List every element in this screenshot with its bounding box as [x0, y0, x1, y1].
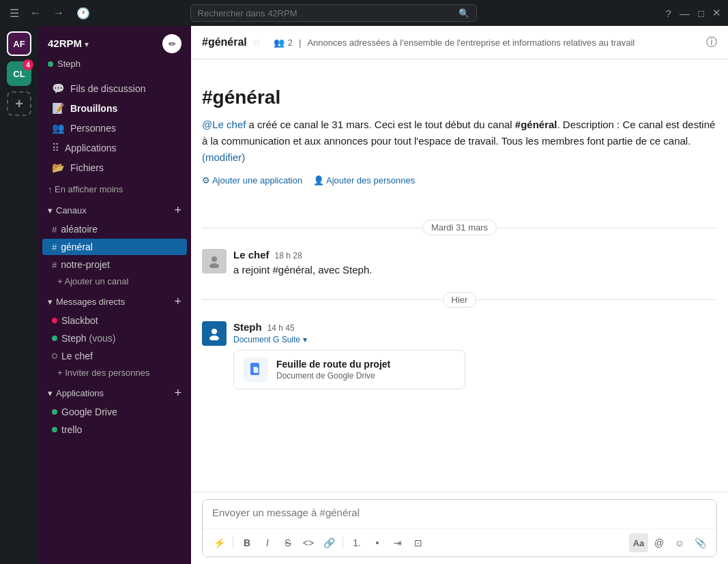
add-workspace-button[interactable]: + [7, 91, 31, 116]
strikethrough-button[interactable]: S [278, 533, 297, 552]
main-layout: AF CL 4 + 42RPM ▾ ✏ Steph 💬 Fils de disc… [0, 26, 728, 564]
maximize-icon[interactable]: □ [698, 8, 704, 19]
message-steph: Steph 14 h 45 Document G Suite ▾ 📄 Feuil… [202, 321, 717, 389]
sidebar-item-label: Brouillons [70, 103, 117, 114]
workspace-cl[interactable]: CL 4 [7, 61, 31, 86]
message-input[interactable] [203, 500, 716, 526]
sidebar-item-applications[interactable]: ⠿ Applications [42, 138, 187, 158]
channel-item-general[interactable]: # général [42, 239, 187, 255]
svg-point-0 [212, 256, 217, 262]
dm-section-label: Messages directs [56, 297, 125, 307]
star-icon[interactable]: ☆ [252, 37, 261, 48]
show-less-button[interactable]: ↑ En afficher moins [38, 181, 191, 198]
attachment-button[interactable]: 📎 [690, 533, 710, 552]
file-type: Document de Google Drive [276, 371, 390, 381]
workspace-name[interactable]: 42RPM ▾ [48, 38, 89, 50]
unordered-list-button[interactable]: • [368, 533, 387, 552]
add-channel-icon[interactable]: + [174, 203, 181, 218]
channels-collapse-button[interactable]: ▾ Canaux [48, 205, 87, 216]
dm-name: Steph (vous) [61, 333, 115, 344]
minimize-icon[interactable]: — [680, 8, 690, 19]
member-info: 👥 2 | Annonces adressées à l'ensemble de… [274, 38, 635, 48]
block-button[interactable]: ⊡ [409, 533, 428, 552]
mention-text: @Le chef [202, 119, 246, 130]
svg-point-3 [209, 336, 219, 340]
lightning-button[interactable]: ⚡ [209, 533, 229, 552]
link-button[interactable]: 🔗 [319, 533, 338, 552]
topbar: ☰ ← → 🕐 🔍 ? — □ ✕ [0, 0, 728, 26]
add-channel-link[interactable]: + Ajouter un canal [38, 273, 191, 289]
sidebar-item-label: Applications [65, 143, 117, 153]
sidebar-item-threads[interactable]: 💬 Fils de discussion [42, 79, 187, 98]
sidebar-item-files[interactable]: 📂 Fichiers [42, 158, 187, 177]
history-button[interactable]: 🕐 [74, 5, 93, 21]
ordered-list-button[interactable]: 1. [347, 533, 366, 552]
svg-point-2 [212, 329, 217, 334]
file-icon: 📄 [244, 357, 268, 382]
message-time: 14 h 45 [267, 323, 295, 333]
channel-item-notre-projet[interactable]: # notre-projet [42, 256, 187, 273]
channel-name: aléatoire [61, 224, 98, 235]
date-badge: Mardi 31 mars [422, 220, 497, 235]
apps-collapse-button[interactable]: ▾ Applications [48, 388, 104, 398]
offline-dot [52, 353, 57, 359]
help-icon[interactable]: ? [666, 8, 671, 19]
files-icon: 📂 [52, 162, 65, 174]
add-app-icon[interactable]: + [174, 386, 181, 400]
at-mention-button[interactable]: @ [650, 533, 669, 552]
channel-item-aleatoire[interactable]: # aléatoire [42, 221, 187, 237]
workspace-af[interactable]: AF [7, 31, 31, 56]
file-attachment[interactable]: 📄 Feuille de route du projet Document de… [233, 350, 465, 389]
add-app-button[interactable]: ⚙ Ajouter une application [202, 175, 302, 185]
invite-people-link[interactable]: + Inviter des personnes [38, 365, 191, 381]
edit-status-button[interactable]: ✏ [162, 34, 181, 53]
modifier-link[interactable]: (modifier) [202, 151, 245, 163]
sidebar-item-drafts[interactable]: 📝 Brouillons [42, 99, 187, 118]
gsuite-label[interactable]: Document G Suite ▾ [233, 335, 717, 344]
app-trello[interactable]: trello [42, 421, 187, 438]
app-online-dot [52, 409, 57, 415]
dm-steph[interactable]: Steph (vous) [42, 330, 187, 346]
apps-section-label: Applications [56, 388, 104, 398]
sidebar: 42RPM ▾ ✏ Steph 💬 Fils de discussion 📝 B… [38, 26, 191, 564]
dm-slackbot[interactable]: Slackbot [42, 312, 187, 329]
back-button[interactable]: ← [27, 5, 44, 20]
emoji-button[interactable]: ☺ [670, 533, 689, 552]
app-googledrive[interactable]: Google Drive [42, 404, 187, 420]
search-input[interactable] [198, 8, 458, 18]
dm-name: Le chef [61, 351, 93, 361]
dm-collapse-button[interactable]: ▾ Messages directs [48, 297, 125, 307]
dm-lechef[interactable]: Le chef [42, 348, 187, 364]
sidebar-item-label: Personnes [70, 123, 116, 134]
message-author: Steph [233, 321, 262, 333]
text-format-button[interactable]: Aa [629, 533, 648, 552]
forward-button[interactable]: → [50, 5, 67, 20]
menu-button[interactable]: ☰ [7, 5, 22, 21]
info-icon[interactable]: ⓘ [706, 35, 717, 50]
code-button[interactable]: <> [299, 533, 318, 552]
threads-icon: 💬 [52, 83, 65, 95]
date-divider-yesterday: Hier [202, 292, 717, 308]
bold-button[interactable]: B [237, 533, 257, 552]
message-body-steph: Steph 14 h 45 Document G Suite ▾ 📄 Feuil… [233, 321, 717, 389]
workspaces-column: AF CL 4 + [0, 26, 38, 564]
message-chef-join: Le chef 18 h 28 a rejoint #général, avec… [202, 249, 717, 278]
channel-hash-icon: # [52, 242, 57, 252]
show-less-label: ↑ En afficher moins [48, 184, 123, 194]
search-box[interactable]: 🔍 [190, 4, 477, 22]
message-text: a rejoint #général, avec Steph. [233, 263, 717, 278]
add-dm-icon[interactable]: + [174, 295, 181, 309]
italic-button[interactable]: I [258, 533, 277, 552]
notification-badge: 4 [23, 59, 33, 70]
add-people-button[interactable]: 👤 Ajouter des personnes [313, 175, 415, 185]
message-body-chef: Le chef 18 h 28 a rejoint #général, avec… [233, 249, 717, 278]
close-icon[interactable]: ✕ [712, 7, 721, 19]
channel-intro: #général @Le chef a créé ce canal le 31 … [202, 73, 717, 206]
status-dot [48, 61, 53, 67]
indent-button[interactable]: ⇥ [388, 533, 407, 552]
channel-header-left: #général ☆ 👥 2 | Annonces adressées à l'… [202, 36, 635, 48]
sidebar-item-people[interactable]: 👥 Personnes [42, 119, 187, 138]
avatar-steph [202, 321, 227, 346]
channel-name: général [61, 241, 93, 252]
date-divider-tuesday: Mardi 31 mars [202, 220, 717, 235]
